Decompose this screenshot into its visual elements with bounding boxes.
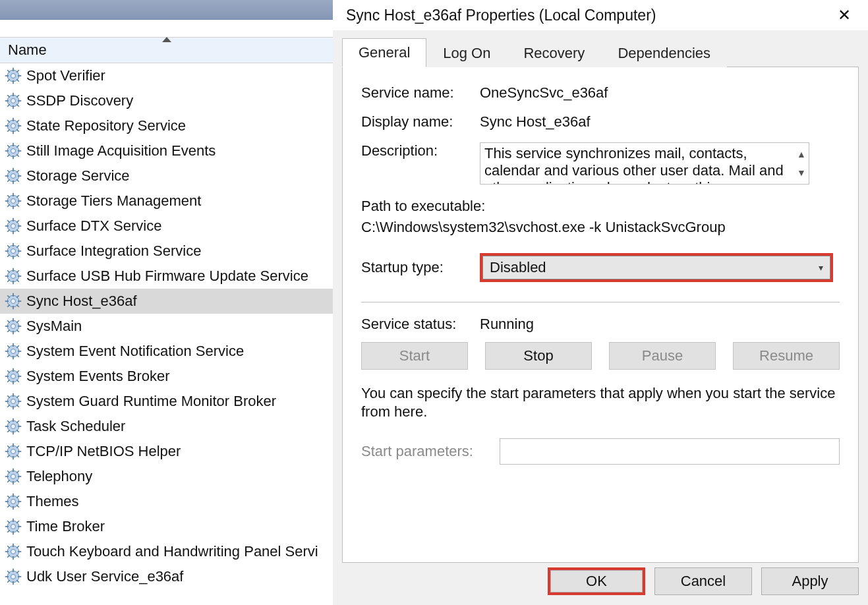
svg-line-5 <box>7 70 10 72</box>
tab-dependencies[interactable]: Dependencies <box>601 38 727 67</box>
svg-line-206 <box>16 580 19 583</box>
gear-icon <box>4 317 22 335</box>
stop-button[interactable]: Stop <box>485 342 592 370</box>
ok-button[interactable]: OK <box>550 570 643 592</box>
svg-line-96 <box>16 304 19 307</box>
dialog-footer: OK Cancel Apply <box>342 563 859 600</box>
service-row[interactable]: Sync Host_e36af <box>0 289 333 314</box>
cancel-button[interactable]: Cancel <box>654 567 752 595</box>
service-row[interactable]: Surface Integration Service <box>0 239 333 264</box>
service-row[interactable]: System Events Broker <box>0 364 333 389</box>
tab-logon[interactable]: Log On <box>426 38 507 67</box>
apply-button[interactable]: Apply <box>761 567 859 595</box>
label-start-parameters: Start parameters: <box>361 443 480 460</box>
service-row[interactable]: Still Image Acquisition Events <box>0 138 333 163</box>
service-row-label: Storage Service <box>26 167 130 185</box>
svg-line-17 <box>16 95 19 98</box>
svg-line-135 <box>7 395 10 398</box>
service-row[interactable]: Spot Verifier <box>0 63 333 88</box>
svg-line-136 <box>16 405 19 407</box>
svg-line-25 <box>7 120 10 123</box>
svg-line-177 <box>16 496 19 498</box>
scroll-up-icon[interactable]: ▲ <box>797 146 806 163</box>
svg-point-169 <box>11 475 16 479</box>
svg-line-187 <box>16 521 19 523</box>
svg-line-66 <box>16 229 19 232</box>
svg-point-99 <box>11 299 16 304</box>
service-row[interactable]: System Event Notification Service <box>0 339 333 364</box>
startup-type-value: Disabled <box>490 259 546 276</box>
svg-point-179 <box>11 500 16 504</box>
sort-ascending-icon <box>162 37 171 42</box>
service-row-label: Task Scheduler <box>26 418 125 435</box>
svg-line-6 <box>16 79 19 82</box>
svg-line-107 <box>16 320 19 323</box>
svg-line-146 <box>16 430 19 432</box>
gear-icon <box>4 517 22 536</box>
startup-type-combo[interactable]: Disabled ▾ <box>482 256 830 279</box>
gear-icon <box>4 292 22 310</box>
service-row[interactable]: Themes <box>0 489 333 514</box>
gear-icon <box>4 492 22 511</box>
svg-line-195 <box>7 546 10 548</box>
gear-icon <box>4 217 22 235</box>
service-row[interactable]: SSDP Discovery <box>0 88 333 113</box>
service-row-label: Surface Integration Service <box>26 243 201 260</box>
services-list[interactable]: Spot Verifier SSDP Discovery State Repos… <box>0 63 333 589</box>
label-description: Description: <box>361 142 480 159</box>
svg-line-57 <box>16 195 19 198</box>
svg-line-77 <box>16 245 19 248</box>
service-row[interactable]: Surface DTX Service <box>0 214 333 239</box>
service-row[interactable]: TCP/IP NetBIOS Helper <box>0 439 333 464</box>
service-row[interactable]: Time Broker <box>0 514 333 539</box>
description-scrollbar[interactable]: ▲ ▼ <box>794 143 809 184</box>
service-row[interactable]: Touch Keyboard and Handwriting Panel Ser… <box>0 539 333 564</box>
value-service-status: Running <box>480 316 840 333</box>
service-row[interactable]: Task Scheduler <box>0 414 333 439</box>
tab-strip: General Log On Recovery Dependencies <box>342 38 859 67</box>
service-row[interactable]: State Repository Service <box>0 113 333 138</box>
services-column-header[interactable]: Name <box>0 37 333 63</box>
svg-line-115 <box>7 345 10 348</box>
svg-line-26 <box>16 129 19 132</box>
service-row-label: TCP/IP NetBIOS Helper <box>26 443 181 460</box>
svg-line-46 <box>16 179 19 182</box>
gear-icon <box>4 367 22 386</box>
tab-recovery[interactable]: Recovery <box>507 38 601 67</box>
svg-line-7 <box>16 70 19 72</box>
scroll-down-icon[interactable]: ▼ <box>797 164 806 181</box>
svg-line-186 <box>16 530 19 533</box>
svg-line-67 <box>16 220 19 223</box>
svg-line-116 <box>16 355 19 357</box>
svg-point-209 <box>11 575 16 579</box>
svg-line-105 <box>7 320 10 323</box>
svg-line-48 <box>7 179 10 182</box>
service-row-label: Storage Tiers Management <box>26 192 201 210</box>
svg-point-19 <box>11 99 16 103</box>
gear-icon <box>4 392 22 411</box>
gear-icon <box>4 267 22 285</box>
svg-line-157 <box>16 446 19 448</box>
dialog-body: General Log On Recovery Dependencies Ser… <box>333 30 868 605</box>
svg-line-188 <box>7 530 10 533</box>
service-row[interactable]: Udk User Service_e36af <box>0 564 333 589</box>
description-box: This service synchronizes mail, contacts… <box>480 142 809 185</box>
svg-line-47 <box>16 170 19 173</box>
close-icon[interactable]: ✕ <box>831 3 857 27</box>
tab-general[interactable]: General <box>342 38 426 67</box>
service-row[interactable]: System Guard Runtime Monitor Broker <box>0 389 333 414</box>
svg-line-78 <box>7 254 10 257</box>
service-row[interactable]: SysMain <box>0 314 333 339</box>
start-params-note: You can specify the start parameters tha… <box>361 384 840 421</box>
service-row[interactable]: Storage Tiers Management <box>0 188 333 214</box>
gear-icon <box>4 92 22 110</box>
service-row[interactable]: Telephony <box>0 464 333 489</box>
service-row[interactable]: Surface USB Hub Firmware Update Service <box>0 264 333 289</box>
gear-icon <box>4 442 22 461</box>
service-row[interactable]: Storage Service <box>0 163 333 188</box>
svg-point-9 <box>11 74 16 78</box>
gear-icon <box>4 67 22 85</box>
svg-point-59 <box>11 199 16 204</box>
svg-line-156 <box>16 455 19 457</box>
svg-line-155 <box>7 446 10 448</box>
